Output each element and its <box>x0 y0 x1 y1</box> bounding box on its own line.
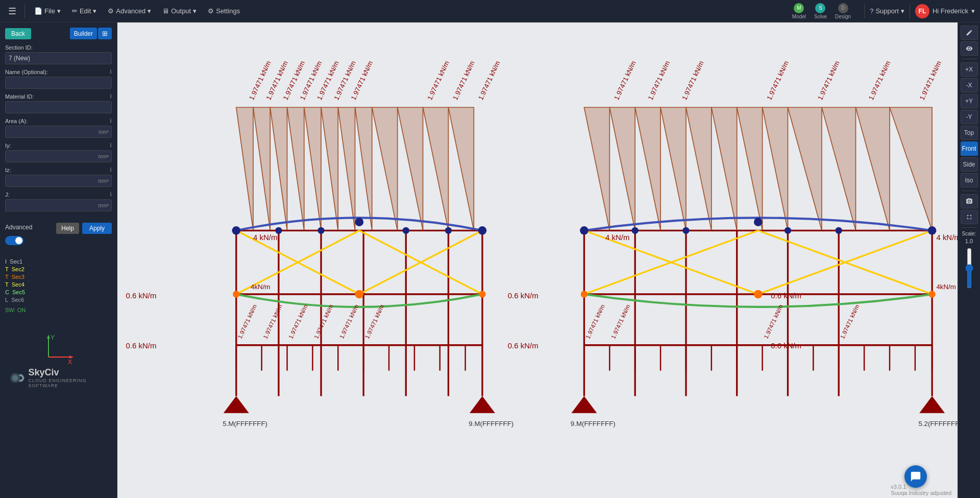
hamburger-menu[interactable]: ☰ <box>5 3 19 20</box>
canvas-area[interactable]: 1.97471 kN/m 1.97471 kN/m 1.97471 kN/m 1… <box>117 22 958 498</box>
node-12 <box>632 227 639 234</box>
area-group: Area (A): ℹ mm² <box>5 117 112 138</box>
expand-btn[interactable] <box>961 210 978 224</box>
left-sidebar: Back Builder ⊞ Section ID: 7 (New) Name … <box>0 22 117 498</box>
pencil-btn[interactable] <box>961 26 978 40</box>
area-unit: mm² <box>99 129 109 135</box>
help-button[interactable]: Help <box>56 223 79 234</box>
node-6 <box>445 227 452 234</box>
expand-icon <box>966 214 973 221</box>
iz-input[interactable] <box>5 175 112 187</box>
node-20 <box>928 291 935 297</box>
design-mode-btn[interactable]: D Design <box>832 2 854 20</box>
settings-menu[interactable]: ⚙ Settings <box>204 5 244 17</box>
advanced-toggle[interactable] <box>5 236 23 245</box>
iso-view-btn[interactable]: Iso <box>961 173 978 187</box>
grid-button[interactable]: ⊞ <box>98 28 112 39</box>
model-mode-btn[interactable]: M Model <box>789 2 809 20</box>
edit-menu[interactable]: ✏ Edit ▾ <box>68 5 101 17</box>
model-icon: M <box>794 3 804 13</box>
solve-mode-btn[interactable]: S Solve <box>811 2 830 20</box>
name-input[interactable] <box>5 77 112 89</box>
file-menu[interactable]: 📄 File ▾ <box>30 5 65 17</box>
node-9 <box>355 290 364 299</box>
file-icon: 📄 <box>34 7 42 15</box>
legend-item-sec5: C Sec5 <box>5 289 112 295</box>
node-13 <box>682 227 689 234</box>
j-label-row: J: ℹ <box>5 191 112 198</box>
legend-item-sec1: I Sec1 <box>5 258 112 265</box>
legend-area: I Sec1 T Sec2 T Sec3 T Sec4 C Sec5 L Sec… <box>5 255 112 316</box>
j-input[interactable] <box>5 199 112 211</box>
node-7 <box>478 226 487 235</box>
minus-x-btn[interactable]: -X <box>961 78 978 92</box>
output-menu[interactable]: 🖥 Output ▾ <box>158 5 201 17</box>
load-label-4kn-1: 4 kN/m <box>253 233 277 242</box>
legend-item-sec3: T Sec3 <box>5 274 112 280</box>
apply-button[interactable]: Apply <box>82 223 112 234</box>
iz-unit: mm⁴ <box>98 178 109 184</box>
section-id-label: Section ID: <box>5 44 112 51</box>
builder-button[interactable]: Builder <box>70 28 97 39</box>
plus-y-label: +Y <box>965 98 973 105</box>
node-19 <box>754 290 763 299</box>
material-info-icon[interactable]: ℹ <box>110 93 112 100</box>
j-info-icon[interactable]: ℹ <box>110 191 112 198</box>
area-input-wrap: mm² <box>5 126 112 138</box>
iz-info-icon[interactable]: ℹ <box>110 167 112 173</box>
eye-btn[interactable] <box>961 41 978 56</box>
structure-svg: 1.97471 kN/m 1.97471 kN/m 1.97471 kN/m 1… <box>117 22 958 498</box>
area-label-row: Area (A): ℹ <box>5 117 112 124</box>
axes-svg: Y X <box>38 331 79 367</box>
support-label-3: 9.M(FFFFFFF) <box>571 420 616 428</box>
node-1 <box>232 226 240 235</box>
advanced-toggle-label: Advanced <box>5 224 32 231</box>
iy-group: Iy: ℹ mm⁴ <box>5 142 112 162</box>
material-id-label-row: Material ID: ℹ <box>5 93 112 100</box>
plus-x-btn[interactable]: +X <box>961 62 978 77</box>
label-06-4: 0.6 kN/m <box>508 341 538 350</box>
name-info-icon[interactable]: ℹ <box>110 68 112 75</box>
advanced-menu[interactable]: ⚙ Advanced ▾ <box>104 5 155 17</box>
edit-label: Edit <box>80 7 91 15</box>
avatar: FL <box>915 4 929 18</box>
nav-divider-1 <box>24 4 25 18</box>
attribution-label: Suuqa Industry adjusted <box>891 490 951 496</box>
support-chevron: ▾ <box>901 7 904 15</box>
side-view-btn[interactable]: Side <box>961 157 978 172</box>
load-label-4kn-3: 4 kN/m <box>936 233 958 242</box>
front-view-btn[interactable]: Front <box>961 141 978 156</box>
skyciv-text: SkyCiv CLOUD ENGINEERING SOFTWARE <box>29 367 117 388</box>
screenshot-btn[interactable] <box>961 194 978 208</box>
back-button[interactable]: Back <box>5 28 31 39</box>
area-input[interactable] <box>5 126 112 138</box>
top-view-btn[interactable]: Top <box>961 126 978 140</box>
plus-y-btn[interactable]: +Y <box>961 94 978 108</box>
version-label: v3.0.1 <box>891 484 906 490</box>
advanced-chevron: ▾ <box>148 7 151 15</box>
support-label-1: 5.M(FFFFFFF) <box>223 420 267 428</box>
area-info-icon[interactable]: ℹ <box>110 117 112 124</box>
node-18 <box>581 291 587 297</box>
support-menu[interactable]: ? Support ▾ <box>870 7 904 15</box>
j-input-wrap: mm⁴ <box>5 199 112 211</box>
settings-icon: ⚙ <box>208 7 214 15</box>
material-id-input[interactable]: 1 <box>5 101 112 113</box>
iy-unit: mm⁴ <box>98 154 109 159</box>
label-06-2: 0.6 kN/m <box>126 341 157 350</box>
action-row: Help Apply <box>56 223 112 234</box>
svg-point-7 <box>12 375 18 381</box>
scale-value: 1.0 <box>965 238 973 244</box>
side-view-label: Side <box>963 161 975 168</box>
section-id-select[interactable]: 7 (New) <box>5 52 112 64</box>
chat-icon <box>910 471 921 482</box>
user-menu[interactable]: FL Hi Frederick ▾ <box>915 4 975 18</box>
iy-info-icon[interactable]: ℹ <box>110 142 112 149</box>
scale-slider[interactable] <box>964 248 974 289</box>
minus-y-btn[interactable]: -Y <box>961 110 978 124</box>
label-06-3: 0.6 kN/m <box>508 291 538 300</box>
iz-input-wrap: mm⁴ <box>5 175 112 187</box>
pencil-icon <box>966 29 973 36</box>
iy-input[interactable] <box>5 150 112 162</box>
node-4 <box>355 218 364 226</box>
